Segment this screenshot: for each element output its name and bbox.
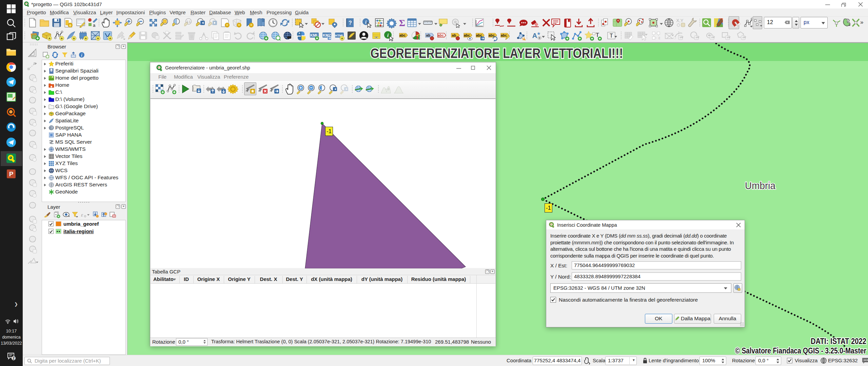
- svg-text:ab: ab: [426, 33, 430, 37]
- svg-text:GEOREFERENZIATORE LAYER VETTOR: GEOREFERENZIATORE LAYER VETTORIALI!!!: [371, 45, 623, 61]
- svg-text:2: 2: [13, 357, 15, 360]
- svg-text:abc: abc: [476, 33, 482, 37]
- svg-text:1:1: 1:1: [186, 20, 191, 23]
- svg-text:abc: abc: [489, 33, 495, 37]
- svg-text:Umbria: Umbria: [745, 180, 775, 191]
- svg-text:?: ?: [349, 20, 352, 26]
- svg-text:A: A: [532, 32, 537, 39]
- svg-text:abc: abc: [438, 33, 444, 37]
- svg-text:abc: abc: [501, 33, 507, 37]
- svg-text:X,Y: X,Y: [676, 18, 684, 23]
- svg-text:ε: ε: [658, 35, 660, 40]
- svg-text:DATI: ISTAT 2022: DATI: ISTAT 2022: [811, 337, 866, 346]
- svg-text:P: P: [9, 170, 14, 178]
- svg-text:abc: abc: [464, 33, 470, 37]
- svg-text:ε: ε: [81, 212, 83, 218]
- svg-text:a: a: [93, 23, 96, 28]
- svg-text:© Salvatore Fiandaca QGIS - 3.: © Salvatore Fiandaca QGIS - 3.25.0-Maste…: [735, 346, 866, 355]
- svg-text:Σ: Σ: [399, 18, 405, 28]
- svg-text:T: T: [610, 33, 613, 39]
- svg-text:ab: ab: [452, 33, 456, 37]
- svg-text:i: i: [365, 20, 367, 25]
- svg-text:abc: abc: [399, 33, 406, 37]
